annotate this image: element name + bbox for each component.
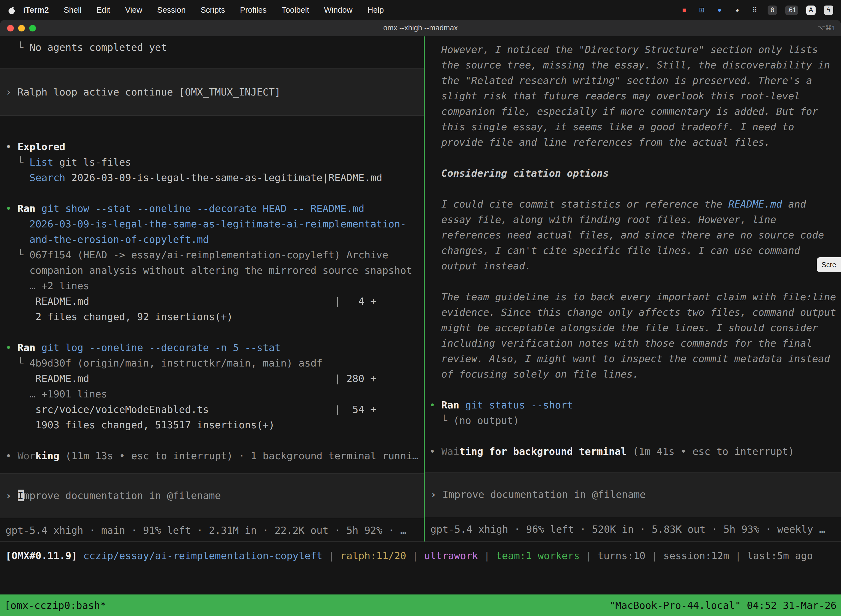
terminal-line: └ No agents completed yet — [6, 40, 424, 55]
right-terminal-pane[interactable]: However, I noticed the "Directory Struct… — [425, 37, 841, 541]
terminal-line: references need actual files, and since … — [429, 227, 841, 243]
terminal-line: • Ran git status --short — [429, 397, 841, 413]
terminal-line: › Improve documentation in @filename — [431, 487, 835, 502]
menu-edit[interactable]: Edit — [96, 6, 110, 14]
terminal-line: evidence. Since this change only affects… — [429, 305, 841, 320]
terminal-line: README.md | 280 + — [6, 371, 424, 386]
menu-shell[interactable]: Shell — [64, 6, 82, 14]
terminal-line — [429, 274, 841, 289]
terminal-line: gpt-5.4 xhigh · 96% left · 520K in · 5.8… — [431, 522, 841, 537]
apple-menu-icon[interactable] — [8, 5, 15, 15]
close-button[interactable] — [7, 25, 14, 31]
terminal-line: might be acceptable alongside the file l… — [429, 320, 841, 336]
ralph-loop-banner: › Ralph loop active continue [OMX_TMUX_I… — [0, 69, 424, 116]
right-transcript: However, I noticed the "Directory Struct… — [425, 37, 841, 459]
terminal-line: • Ran git show --stat --oneline --decora… — [6, 201, 424, 216]
terminal-line: 1903 files changed, 513517 insertions(+) — [6, 417, 424, 433]
terminal-line: › Improve documentation in @filename — [6, 488, 418, 503]
terminal-line: The team guideline is to back every impo… — [429, 289, 841, 305]
terminal-line: of focusing solely on file lines. — [429, 367, 841, 382]
left-status-line: gpt-5.4 xhigh · main · 91% left · 2.31M … — [0, 523, 424, 538]
terminal-line — [429, 181, 841, 197]
terminal-line: README.md | 4 + — [6, 294, 424, 309]
screen-tab[interactable]: Scre — [817, 257, 841, 272]
terminal-line: and-the-erosion-of-copyleft.md — [6, 232, 424, 247]
terminal-line: src/voice/voiceModeEnabled.ts | 54 + — [6, 402, 424, 417]
tmux-session-label: [omx-cczip0:bash* — [4, 600, 106, 611]
input-source-icon[interactable]: A — [806, 5, 816, 15]
terminal-line: review. Also, I might want to inspect th… — [429, 351, 841, 367]
right-status-line: gpt-5.4 xhigh · 96% left · 520K in · 5.8… — [425, 522, 841, 537]
terminal-line: • Waiting for background terminal (1m 41… — [429, 444, 841, 459]
battery-icon[interactable]: ϟ — [824, 5, 833, 15]
terminal-line — [429, 382, 841, 397]
menu-help[interactable]: Help — [368, 6, 384, 14]
menu-items: iTerm2 Shell Edit View Session Scripts P… — [23, 6, 384, 14]
right-prompt-input[interactable]: › Improve documentation in @filename — [425, 472, 841, 517]
menu-scripts[interactable]: Scripts — [201, 6, 225, 14]
zoom-button[interactable] — [29, 25, 36, 31]
window-shortcut-badge: ⌥⌘1 — [818, 24, 835, 32]
terminal-line: 2 files changed, 92 insertions(+) — [6, 309, 424, 324]
terminal-line: this single essay, it seems like a good … — [429, 119, 841, 135]
left-transcript: • Explored └ List git ls-files Search 20… — [0, 139, 424, 463]
menu-session[interactable]: Session — [157, 6, 186, 14]
window-title-bar[interactable]: omx --xhigh --madmax ⌥⌘1 — [0, 20, 841, 37]
terminal-line: However, I noticed the "Directory Struct… — [429, 42, 841, 57]
terminal-line — [429, 150, 841, 166]
left-prompt-input[interactable]: › Improve documentation in @filename — [0, 473, 424, 518]
terminal-line: Considering citation options — [429, 166, 841, 181]
menu-profiles[interactable]: Profiles — [240, 6, 267, 14]
raycast-icon[interactable]: ● — [715, 5, 724, 15]
keypad-icon[interactable]: 8 — [768, 5, 777, 15]
app-circle-icon[interactable]: ◕ — [733, 5, 742, 15]
split-panes: └ No agents completed yet › Ralph loop a… — [0, 37, 841, 541]
terminal-line: • Working (11m 13s • esc to interrupt) ·… — [6, 448, 424, 463]
terminal-line: • Ran git log --oneline --decorate -n 5 … — [6, 340, 424, 355]
window-grid-icon[interactable]: ⊞ — [697, 5, 707, 15]
terminal-line: … +2 lines — [6, 278, 424, 294]
terminal-line: the "Related research writing" section i… — [429, 73, 841, 88]
terminal-line — [429, 428, 841, 444]
terminal-line: └ (no output) — [429, 413, 841, 428]
terminal-line: • Explored — [6, 139, 424, 154]
tmux-host-time: "MacBook-Pro-44.local" 04:52 31-Mar-26 — [609, 600, 837, 611]
left-terminal-pane[interactable]: └ No agents completed yet › Ralph loop a… — [0, 37, 424, 541]
terminal-line: the source tree, missing the essay. Stil… — [429, 57, 841, 73]
terminal-line: changes, I can't cite specific file line… — [429, 243, 841, 258]
menu-view[interactable]: View — [125, 6, 142, 14]
menu-window[interactable]: Window — [324, 6, 352, 14]
screen-recording-icon[interactable]: ■ — [680, 5, 689, 15]
terminal-line: provide file and line references from th… — [429, 135, 841, 150]
gauge-icon[interactable]: .61 — [785, 5, 798, 15]
launchpad-icon[interactable]: ⠿ — [750, 5, 760, 15]
terminal-line: companion file, especially if more comme… — [429, 104, 841, 119]
terminal-line: I could cite commit statistics or refere… — [429, 197, 841, 212]
terminal-line — [6, 185, 424, 201]
agents-status-line: └ No agents completed yet — [0, 37, 424, 55]
terminal-line: └ 067f154 (HEAD -> essay/ai-reimplementa… — [6, 247, 424, 263]
window-title: omx --xhigh --madmax — [0, 24, 841, 32]
macos-menu-bar: iTerm2 Shell Edit View Session Scripts P… — [0, 0, 841, 20]
terminal-line: › Ralph loop active continue [OMX_TMUX_I… — [6, 84, 418, 100]
terminal-line: gpt-5.4 xhigh · main · 91% left · 2.31M … — [6, 523, 424, 538]
status-separator — [0, 541, 841, 542]
menu-status-icons: ■⊞●◕⠿8.61Aϟ — [680, 5, 833, 15]
terminal-line: └ List git ls-files — [6, 154, 424, 170]
terminal-line — [6, 433, 424, 448]
terminal-line: [OMX#0.11.9] cczip/essay/ai-reimplementa… — [6, 550, 813, 561]
terminal-line — [6, 324, 424, 340]
screen: iTerm2 Shell Edit View Session Scripts P… — [0, 0, 841, 616]
terminal-line: including verification notes with those … — [429, 336, 841, 351]
terminal-line: essay file, along with finding root file… — [429, 212, 841, 227]
terminal-line: Search 2026-03-09-is-legal-the-same-as-l… — [6, 170, 424, 185]
terminal-line: 2026-03-09-is-legal-the-same-as-legitima… — [6, 216, 424, 232]
menu-toolbelt[interactable]: Toolbelt — [281, 6, 309, 14]
terminal-line: companion analysis without altering the … — [6, 263, 424, 278]
terminal-line: └ 4b9d30f (origin/main, instructkr/main,… — [6, 355, 424, 371]
terminal-line: slight risk that future readers may over… — [429, 88, 841, 104]
minimize-button[interactable] — [18, 25, 25, 31]
terminal-line: … +1901 lines — [6, 386, 424, 402]
omx-status-bar: [OMX#0.11.9] cczip/essay/ai-reimplementa… — [6, 548, 841, 563]
menu-iterm2[interactable]: iTerm2 — [23, 6, 49, 14]
